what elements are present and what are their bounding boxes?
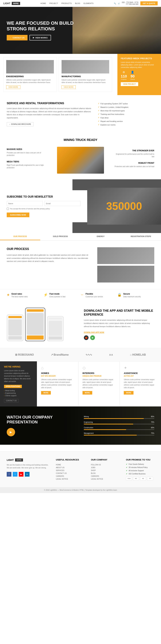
- process-image-1: [97, 247, 154, 264]
- stronger-ever-text: Engineered for performance and fire comf…: [114, 153, 154, 158]
- manufacturing-title: MANUFACTORING: [62, 75, 109, 78]
- nav-home[interactable]: HOME: [40, 2, 46, 4]
- company-link-shop[interactable]: SHOP: [91, 469, 119, 472]
- twitter-button[interactable]: t: [13, 472, 18, 476]
- manufacturing-text: Inducit custo pulvinar consectetur augue…: [62, 79, 109, 84]
- hiring-box: WE'RE HIRING Lorem ipsum dolor sit amet …: [0, 361, 37, 406]
- apple-store-icon[interactable]: 🍎: [84, 335, 88, 340]
- good-rates-feature: ★ Good rates The best market rates: [7, 293, 44, 298]
- footer-link-home[interactable]: HOME: [56, 463, 84, 466]
- footer-link-about[interactable]: ABOUT US: [56, 466, 84, 469]
- homes-icon: ⌂: [41, 366, 74, 370]
- play-button[interactable]: ▶: [7, 428, 15, 436]
- nav-blog[interactable]: BLOG: [75, 2, 80, 4]
- youtube-button[interactable]: ▶: [19, 472, 24, 476]
- construction-progress: Construction 60%: [84, 427, 154, 430]
- interiors-more-button[interactable]: MORE: [82, 391, 92, 394]
- nav-elements[interactable]: ELEMENTS: [84, 2, 94, 4]
- list-item: Based in London, United Kingdom: [98, 105, 154, 109]
- clients-icon: 👤: [130, 70, 135, 74]
- engineering-progress: Engineering 70%: [84, 421, 154, 424]
- view-works-button[interactable]: ▶ VIEW WORKS: [30, 35, 51, 40]
- contact-button[interactable]: → CONTACT US: [7, 35, 28, 40]
- video-right: Mining 85% Engineering 70% Constructio: [84, 416, 154, 436]
- services-grid: ⌂ HOMES EST 50% BIGGER! Ultrices custo p…: [37, 361, 161, 406]
- phone-header-1: [8, 316, 22, 318]
- flexible-desc: Customize your service: [86, 296, 103, 298]
- manufacturing-more-button[interactable]: VIEW MORE: [62, 86, 76, 89]
- featured-stats: ⚙ 110 Projects 👤 90 Clients: [121, 70, 158, 80]
- newsletter-name-input[interactable]: [7, 201, 43, 206]
- search-icon[interactable]: 🔍: [114, 2, 116, 4]
- newsletter-section: SUBSCRIBE TO OUR NEWSLETTER You accept t…: [0, 179, 161, 233]
- secure-text: Secure Data maximum security: [123, 293, 141, 298]
- download-app-button[interactable]: DOWNLOAD APP NOW: [84, 331, 104, 333]
- facebook-button[interactable]: f: [7, 472, 12, 476]
- tab-gold-process[interactable]: GOLD PROCESS: [40, 233, 80, 240]
- header-phone: 000 - 770 5640 - 5776 777 555 444 000: [122, 2, 138, 5]
- process-title: OUR PROCESS: [7, 247, 92, 251]
- company-link-follow[interactable]: FOLLOW US: [91, 463, 119, 466]
- phone-header-3: [49, 318, 62, 320]
- download-button[interactable]: ↓ DOWNLOAD BROCHURE: [7, 122, 34, 126]
- tab-registration-steps[interactable]: REGISTRATION STEPS: [121, 233, 161, 240]
- projects-icon: ⚙: [121, 70, 127, 74]
- view-project-button[interactable]: VIEW PROJECT: [121, 82, 138, 86]
- quote-button[interactable]: GET A QUOTE: [140, 1, 158, 5]
- open-positions-button[interactable]: OPEN POSITIONS: [4, 385, 22, 388]
- company-link-blog[interactable]: BLOG: [91, 472, 119, 475]
- linkedin-button[interactable]: in: [25, 472, 30, 476]
- assistance-more-button[interactable]: MORE: [124, 391, 134, 394]
- stat-projects: ⚙ 110 Projects: [121, 70, 127, 80]
- position-2: Engeeneering: [4, 392, 33, 394]
- partner-icon-2: ↗: [51, 353, 53, 356]
- our-process-section: OUR PROCESS Lorem ipsum dolor sit amet, …: [0, 240, 161, 289]
- phone-mockup-main: [25, 308, 45, 341]
- process-features: ★ Good rates The best market rates ⚡ Fas…: [0, 289, 161, 301]
- clients-number: 90: [130, 74, 135, 78]
- footer-link-services[interactable]: SERVICES: [56, 469, 84, 472]
- cart-icon[interactable]: 🛒: [118, 2, 120, 4]
- tab-our-process[interactable]: OUR PROCESS: [0, 233, 40, 240]
- logo-light: LIGHT: [3, 2, 10, 5]
- hero-section: WE ARE FOCUSED ON BUILD STRONG RELATIONS…: [0, 7, 161, 54]
- secure-icon: 🔒: [118, 293, 122, 297]
- company-link-jobs[interactable]: JOBS: [91, 466, 119, 469]
- subscribe-button[interactable]: SUBSCRIBE NOW: [7, 212, 29, 217]
- footer-link-careers[interactable]: CAREERS: [56, 475, 84, 478]
- footer-company: OUR COMPANY FOLLOW US JOBS SHOP BLOG CAR…: [91, 458, 119, 480]
- partner-brandname: ↗ BrandName: [51, 353, 69, 356]
- hiring-title: WE'RE HIRING: [4, 365, 33, 368]
- partner-icon-3: ∿∿∿: [86, 353, 92, 356]
- newsletter-email-input[interactable]: [44, 201, 80, 206]
- fast-mode-feature: ⚡ Fast mode Every question is fast: [44, 293, 80, 298]
- nav-project[interactable]: PROJECT: [49, 2, 58, 4]
- list-item: Fast drive: [98, 116, 154, 120]
- homes-subtitle: EST 50% BIGGER!: [41, 375, 74, 377]
- payment-icons: VISA MC AE PP: [126, 477, 154, 480]
- header-nav: HOME PROJECT PRODUCTS BLOG ELEMENTS: [40, 2, 94, 4]
- assistance-icon: ✦: [124, 366, 157, 370]
- nav-products[interactable]: PRODUCTS: [62, 2, 72, 4]
- projects-label: Projects: [121, 78, 127, 80]
- progress-bars: Mining 85% Engineering 70% Constructio: [84, 416, 154, 436]
- footer-link-contact[interactable]: CONTACT US: [56, 472, 84, 475]
- company-link-legal[interactable]: LEGAL NOTICE: [91, 478, 119, 480]
- manufacturing-image: [62, 60, 109, 74]
- google-play-icon[interactable]: ▶: [90, 335, 95, 340]
- newsletter-right: 350000: [87, 188, 161, 224]
- process-description: Lorem ipsum dolor sit amet, dicit ultrut…: [7, 254, 92, 263]
- hero-buttons: → CONTACT US ▶ VIEW WORKS: [7, 35, 77, 40]
- engineering-image: [6, 60, 54, 74]
- company-link-careers[interactable]: CAREERS: [91, 475, 119, 478]
- hiring-contact-button[interactable]: CONTACT US: [4, 399, 18, 402]
- homes-text: Ultrices custo pulvinar consectetur augu…: [41, 378, 74, 389]
- clients-label: Clients: [130, 78, 135, 80]
- app-phones: [7, 308, 77, 341]
- stat-clients: 👤 90 Clients: [130, 70, 135, 80]
- engineering-more-button[interactable]: VIEW MORE: [6, 86, 20, 89]
- tab-energy[interactable]: ENERGY: [80, 233, 121, 240]
- footer-link-legal[interactable]: LEGAL NOTICE: [56, 478, 84, 480]
- terms-checkbox[interactable]: [7, 208, 9, 210]
- homes-more-button[interactable]: MORE: [41, 391, 51, 394]
